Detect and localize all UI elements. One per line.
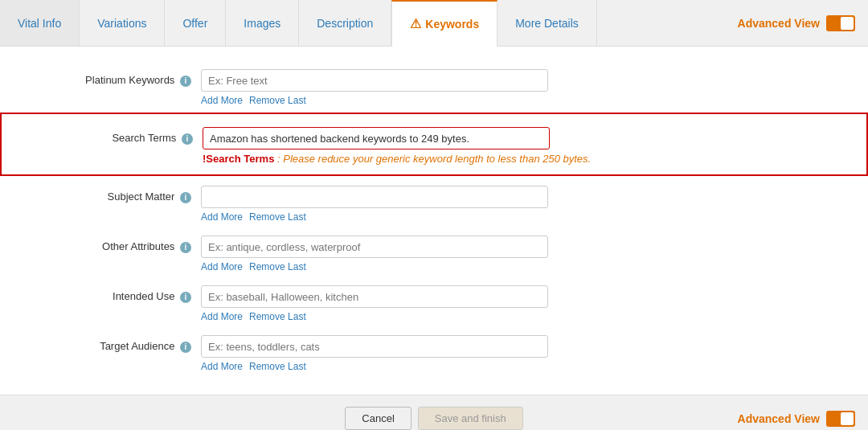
tab-description-label: Description (317, 17, 373, 30)
error-text: : Please reduce your generic keyword len… (274, 153, 591, 165)
platinum-keywords-remove-last[interactable]: Remove Last (249, 95, 306, 106)
search-terms-info-icon[interactable]: i (182, 133, 193, 145)
intended-use-add-remove: Add More Remove Last (201, 311, 844, 322)
platinum-keywords-input[interactable] (201, 69, 548, 92)
bottom-bar: Cancel Save and finish Advanced View (0, 395, 868, 430)
search-terms-error-section: Search Terms i !Search Terms : Please re… (0, 113, 868, 176)
tab-vital-info-label: Vital Info (18, 17, 61, 30)
advanced-view-toggle-bottom[interactable] (826, 411, 855, 427)
search-terms-error-message: !Search Terms : Please reduce your gener… (26, 153, 842, 165)
intended-use-info-icon[interactable]: i (180, 292, 191, 303)
subject-matter-field-area: Add More Remove Last (201, 186, 844, 223)
error-field-name: Search Terms (206, 153, 274, 165)
advanced-view-bottom: Advanced View (738, 411, 855, 427)
subject-matter-row: Subject Matter i Add More Remove Last (0, 179, 868, 229)
tab-variations-label: Variations (97, 17, 146, 30)
platinum-keywords-add-more[interactable]: Add More (201, 95, 243, 106)
tab-offer-label: Offer (182, 17, 207, 30)
subject-matter-add-remove: Add More Remove Last (201, 211, 844, 223)
toggle-knob-bottom (841, 412, 854, 425)
intended-use-field-area: Add More Remove Last (201, 285, 844, 322)
platinum-keywords-label: Platinum Keywords i (24, 69, 201, 87)
tab-offer[interactable]: Offer (165, 0, 226, 46)
other-attributes-label: Other Attributes i (24, 235, 201, 253)
target-audience-add-remove: Add More Remove Last (201, 361, 844, 372)
tab-variations[interactable]: Variations (80, 0, 165, 46)
save-finish-button[interactable]: Save and finish (418, 407, 523, 430)
search-terms-input[interactable] (203, 127, 550, 149)
tab-keywords-label: Keywords (425, 18, 479, 31)
other-attributes-field-area: Add More Remove Last (201, 235, 844, 272)
main-content: Platinum Keywords i Add More Remove Last… (0, 47, 868, 395)
intended-use-label: Intended Use i (24, 285, 201, 303)
other-attributes-remove-last[interactable]: Remove Last (249, 261, 306, 272)
platinum-keywords-row: Platinum Keywords i Add More Remove Last (0, 63, 868, 113)
cancel-button[interactable]: Cancel (345, 407, 411, 430)
tab-keywords[interactable]: ⚠ Keywords (391, 0, 497, 47)
warning-icon: ⚠ (410, 16, 421, 31)
tab-vital-info[interactable]: Vital Info (0, 0, 80, 46)
other-attributes-info-icon[interactable]: i (180, 242, 191, 253)
intended-use-add-more[interactable]: Add More (201, 311, 243, 322)
subject-matter-remove-last[interactable]: Remove Last (249, 211, 306, 223)
target-audience-remove-last[interactable]: Remove Last (249, 361, 306, 372)
platinum-keywords-info-icon[interactable]: i (180, 76, 191, 87)
tab-more-details[interactable]: More Details (497, 0, 597, 46)
platinum-keywords-field-area: Add More Remove Last (201, 69, 844, 106)
other-attributes-row: Other Attributes i Add More Remove Last (0, 229, 868, 279)
subject-matter-info-icon[interactable]: i (180, 192, 191, 203)
advanced-view-toggle-top[interactable] (826, 15, 855, 31)
toggle-knob-top (841, 17, 854, 30)
intended-use-input[interactable] (201, 285, 548, 308)
subject-matter-add-more[interactable]: Add More (201, 211, 243, 223)
tab-description[interactable]: Description (299, 0, 391, 46)
target-audience-field-area: Add More Remove Last (201, 335, 844, 372)
target-audience-label: Target Audience i (24, 335, 201, 353)
target-audience-add-more[interactable]: Add More (201, 361, 243, 372)
tab-images-label: Images (244, 17, 280, 30)
tab-more-details-label: More Details (515, 17, 579, 30)
intended-use-row: Intended Use i Add More Remove Last (0, 279, 868, 329)
target-audience-input[interactable] (201, 335, 548, 358)
search-terms-field-area (203, 127, 842, 149)
target-audience-row: Target Audience i Add More Remove Last (0, 329, 868, 379)
other-attributes-add-more[interactable]: Add More (201, 261, 243, 272)
advanced-view-top: Advanced View (738, 0, 868, 46)
advanced-view-top-label: Advanced View (738, 17, 820, 30)
platinum-keywords-add-remove: Add More Remove Last (201, 95, 844, 106)
other-attributes-add-remove: Add More Remove Last (201, 261, 844, 272)
search-terms-label: Search Terms i (26, 127, 203, 145)
top-navigation: Vital Info Variations Offer Images Descr… (0, 0, 868, 47)
target-audience-info-icon[interactable]: i (180, 342, 191, 353)
subject-matter-label: Subject Matter i (24, 186, 201, 203)
other-attributes-input[interactable] (201, 235, 548, 258)
advanced-view-bottom-label: Advanced View (738, 412, 820, 425)
search-terms-row: Search Terms i (26, 121, 842, 149)
tab-images[interactable]: Images (226, 0, 299, 46)
intended-use-remove-last[interactable]: Remove Last (249, 311, 306, 322)
subject-matter-input[interactable] (201, 186, 548, 208)
